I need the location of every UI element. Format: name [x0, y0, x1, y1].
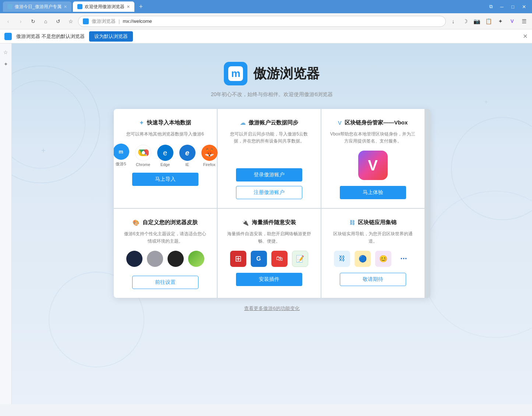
vbox-card: V 区块链身份管家——Vbox Vbox帮助您在本地管理区块链身份，并为三方应用…: [321, 109, 424, 208]
skin-desc: 傲游6支持个性化主题设定，请选适合您心情或环境的主题。: [123, 230, 208, 244]
bookmark-button[interactable]: ☆: [66, 16, 76, 27]
sync-login-button[interactable]: 登录傲游账户: [236, 168, 302, 181]
back-button[interactable]: ‹: [3, 16, 13, 27]
content-area: + + m 傲游浏览器 20年初心不改，始终与你相伴。欢迎使用傲游6浏览器: [12, 43, 532, 404]
plugin-shop[interactable]: 🛍: [271, 251, 288, 267]
notification-close-button[interactable]: ✕: [523, 33, 528, 40]
sync-card-title: ☁ 傲游账户云数据同步: [240, 119, 298, 126]
camera-button[interactable]: 📷: [472, 16, 482, 27]
plugin-icons: ⊞ G 🛍 📝: [230, 251, 308, 267]
plugin-office[interactable]: ⊞: [230, 251, 246, 267]
skin-icon: 🎨: [133, 219, 140, 226]
blockchain-icon: ⛓: [349, 219, 355, 226]
blockchain-button[interactable]: 敬请期待: [340, 273, 406, 286]
home-button[interactable]: ⌂: [40, 16, 51, 27]
swatch-black[interactable]: [168, 251, 184, 267]
browser-icon-firefox[interactable]: 🦊 Firefox: [201, 145, 218, 167]
plugins-card: 🔌 海量插件随意安装 海量插件自选安装，助您开启网络畅游更舒畅、便捷。 ⊞ G …: [218, 209, 321, 297]
blockchain-icon-1[interactable]: ⛓: [334, 251, 350, 267]
firefox-circle: 🦊: [201, 145, 218, 161]
vbox-title-icon: V: [338, 120, 342, 126]
plugin-translate[interactable]: G: [251, 251, 267, 267]
cards-container: ✦ 快速导入本地数据 您可以将本地其他浏览器数据导入傲游6 m 傲游5: [114, 109, 430, 298]
browser-icon-edge[interactable]: e Edge: [157, 145, 173, 167]
import-card: ✦ 快速导入本地数据 您可以将本地其他浏览器数据导入傲游6 m 傲游5: [114, 109, 217, 208]
address-bar-favicon: [83, 18, 89, 24]
vbox-logo: V: [358, 151, 388, 180]
skin-card: 🎨 自定义您的浏览器皮肤 傲游6支持个性化主题设定，请选适合您心情或环境的主题。…: [114, 209, 217, 297]
window-maximize-btn[interactable]: □: [508, 1, 518, 12]
new-tab-button[interactable]: +: [136, 1, 146, 12]
plugins-button[interactable]: 安装插件: [236, 273, 302, 286]
brand-logo: m: [224, 62, 247, 85]
chrome-circle: [135, 145, 151, 161]
sync-register-button[interactable]: 注册傲游账户: [236, 186, 302, 199]
sidebar-btn-1[interactable]: ☆: [1, 48, 10, 57]
brand-tagline: 20年初心不改，始终与你相伴。欢迎使用傲游6浏览器: [211, 91, 333, 98]
browser-icon-chrome[interactable]: Chrome: [135, 145, 151, 167]
notification-text: 傲游浏览器 不是您的默认浏览器: [16, 33, 85, 40]
set-default-button[interactable]: 设为默认浏览器: [89, 31, 133, 42]
blockchain-card: ⛓ 区块链应用集锦 区块链实用导航，为您开启区块世界的通道。 ⛓ 🔵 😊: [321, 209, 424, 297]
import-card-title: ✦ 快速导入本地数据: [139, 119, 191, 126]
reload-button[interactable]: ↻: [28, 16, 38, 27]
blockchain-card-title: ⛓ 区块链应用集锦: [349, 219, 397, 226]
tab-2-close[interactable]: ✕: [127, 4, 130, 9]
swatch-nature[interactable]: [188, 251, 204, 267]
ie-label: IE: [185, 162, 189, 167]
window-restore-btn[interactable]: ⧉: [486, 1, 496, 12]
sidebar-btn-2[interactable]: ✦: [1, 60, 10, 68]
browser-icon-mx5[interactable]: m 傲游5: [114, 144, 129, 167]
moon-button[interactable]: ☽: [460, 16, 470, 27]
address-bar[interactable]: 傲游浏览器 | mx://welcome: [78, 16, 446, 27]
brand-row: m 傲游浏览器: [211, 62, 333, 85]
tab-2-label: 欢迎使用傲游浏览器: [85, 4, 124, 10]
chrome-label: Chrome: [136, 162, 150, 167]
window-close-btn[interactable]: ✕: [519, 1, 529, 12]
address-url[interactable]: mx://welcome: [123, 18, 152, 24]
svg-point-2: [142, 151, 145, 154]
tab-2[interactable]: 欢迎使用傲游浏览器 ✕: [73, 1, 134, 12]
blockchain-desc: 区块链实用导航，为您开启区块世界的通道。: [330, 230, 416, 244]
browser-icons-row: m 傲游5: [114, 144, 218, 167]
notification-bar: 傲游浏览器 不是您的默认浏览器 设为默认浏览器 ✕: [0, 29, 532, 43]
history-button[interactable]: ↺: [53, 16, 63, 27]
vbox-button[interactable]: V: [507, 16, 517, 27]
page-header: m 傲游浏览器 20年初心不改，始终与你相伴。欢迎使用傲游6浏览器: [211, 43, 333, 109]
tab-1-close[interactable]: ✕: [64, 4, 67, 9]
plugin-notepad[interactable]: 📝: [292, 251, 308, 267]
import-button[interactable]: 马上导入: [132, 173, 198, 186]
download-button[interactable]: ↓: [448, 16, 458, 27]
window-minimize-btn[interactable]: ─: [497, 1, 507, 12]
browser-frame: 傲游今日_傲游用户专属 ✕ 欢迎使用傲游浏览器 ✕ + ⧉ ─ □ ✕ ‹ › …: [0, 0, 532, 404]
ie-circle: e: [179, 145, 195, 161]
forward-button[interactable]: ›: [15, 16, 26, 27]
edge-label: Edge: [161, 162, 170, 167]
footer-link[interactable]: 查看更多傲游6的功能变化: [244, 305, 299, 312]
note-button[interactable]: 📋: [483, 16, 494, 27]
mx5-label: 傲游5: [116, 161, 126, 167]
swatch-gray[interactable]: [147, 251, 163, 267]
blockchain-icon-3[interactable]: 😊: [375, 251, 391, 267]
tab-1-label: 傲游今日_傲游用户专属: [15, 4, 61, 10]
swatch-dark[interactable]: [126, 251, 142, 267]
menu-button[interactable]: ☰: [519, 16, 529, 27]
tab-1[interactable]: 傲游今日_傲游用户专属 ✕: [3, 1, 71, 12]
window-controls: ⧉ ─ □ ✕: [486, 1, 529, 12]
blockchain-icon-2[interactable]: 🔵: [355, 251, 371, 267]
brand-name: 傲游浏览器: [253, 65, 320, 83]
main-layout: ☆ ✦ + + m: [0, 43, 532, 404]
skin-card-title: 🎨 自定义您的浏览器皮肤: [133, 219, 198, 226]
star-button[interactable]: ✦: [495, 16, 505, 27]
skin-button[interactable]: 前往设置: [132, 276, 198, 289]
sync-card: ☁ 傲游账户云数据同步 您可以开启云同步功能，导入傲游5云数据，并在您的所有设备…: [218, 109, 321, 208]
plugins-icon: 🔌: [242, 219, 249, 226]
vbox-button[interactable]: 马上体验: [340, 186, 406, 199]
plugins-card-title: 🔌 海量插件随意安装: [242, 219, 296, 226]
plugins-desc: 海量插件自选安装，助您开启网络畅游更舒畅、便捷。: [226, 230, 312, 244]
browser-icon-ie[interactable]: e IE: [179, 145, 195, 167]
mx5-circle: m: [114, 144, 129, 160]
blockchain-more[interactable]: ···: [396, 251, 412, 267]
sync-icon: ☁: [240, 120, 246, 126]
chrome-svg: [138, 147, 149, 158]
